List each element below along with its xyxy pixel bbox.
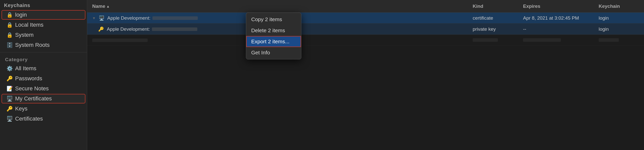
sidebar-item-label: login — [15, 12, 27, 18]
table-header: Name ▲ Kind Expires Keychain — [87, 0, 644, 13]
blurred-name — [152, 27, 197, 31]
lock-icon: 🔒 — [7, 22, 13, 28]
key-icon: 🔑 — [7, 106, 13, 112]
sidebar-item-label: My Certificates — [15, 95, 52, 102]
note-icon: 📝 — [7, 86, 13, 92]
main-content: Name ▲ Kind Expires Keychain ▼ 🖥️ Apple … — [87, 0, 644, 150]
all-items-icon: ⚙️ — [7, 65, 13, 71]
row-kind: certificate — [473, 15, 523, 21]
sidebar: Keychains 🔒 login 🔒 Local Items 🔒 System… — [0, 0, 87, 150]
sidebar-item-label: All Items — [15, 65, 36, 72]
table-row[interactable]: 🔑 Apple Development: private key -- logi… — [87, 24, 644, 35]
sort-arrow-icon: ▲ — [106, 4, 110, 8]
sidebar-item-system[interactable]: 🔒 System — [2, 30, 85, 40]
keychains-header: Keychains — [0, 0, 87, 10]
key-row-icon: 🔑 — [98, 26, 104, 32]
sidebar-item-login[interactable]: 🔒 login — [2, 10, 85, 20]
blurred-name — [152, 16, 198, 20]
table-row[interactable] — [87, 35, 644, 46]
sidebar-item-label: System — [15, 32, 34, 38]
sidebar-item-label: System Roots — [15, 42, 50, 48]
row-keychain: login — [599, 26, 639, 32]
sidebar-item-keys[interactable]: 🔑 Keys — [2, 104, 85, 114]
certificate-icon: 🖥️ — [7, 96, 13, 102]
cabinet-icon: 🗄️ — [7, 42, 13, 48]
sidebar-item-label: Keys — [15, 105, 27, 112]
blurred-keychain — [599, 38, 619, 42]
context-menu-copy[interactable]: Copy 2 items — [246, 14, 301, 25]
col-header-expires[interactable]: Expires — [523, 4, 599, 9]
row-keychain: login — [599, 15, 639, 21]
blurred-expires — [523, 38, 561, 42]
cert-icon: 🖥️ — [7, 116, 13, 122]
context-menu-get-info[interactable]: Get Info — [246, 47, 301, 58]
sidebar-item-local-items[interactable]: 🔒 Local Items — [2, 20, 85, 30]
sidebar-item-passwords[interactable]: 🔑 Passwords — [2, 74, 85, 83]
certificate-row-icon: 🖥️ — [99, 15, 104, 21]
sidebar-item-label: Certificates — [15, 116, 43, 122]
row-expires: Apr 8, 2021 at 3:02:45 PM — [523, 15, 599, 21]
sidebar-divider — [0, 52, 87, 52]
sidebar-item-my-certificates[interactable]: 🖥️ My Certificates — [2, 94, 85, 103]
sidebar-item-label: Secure Notes — [15, 85, 49, 92]
sidebar-item-label: Passwords — [15, 75, 42, 82]
sidebar-item-label: Local Items — [15, 22, 44, 28]
context-menu: Copy 2 items Delete 2 items Export 2 ite… — [246, 13, 301, 59]
blurred-name — [92, 39, 148, 42]
sidebar-item-system-roots[interactable]: 🗄️ System Roots — [2, 40, 85, 50]
col-header-kind[interactable]: Kind — [473, 4, 523, 9]
sidebar-item-all-items[interactable]: ⚙️ All Items — [2, 64, 85, 73]
sidebar-item-secure-notes[interactable]: 📝 Secure Notes — [2, 84, 85, 93]
col-header-keychain[interactable]: Keychain — [599, 4, 639, 9]
key-icon: 🔑 — [7, 76, 13, 82]
context-menu-delete[interactable]: Delete 2 items — [246, 25, 301, 36]
col-header-name[interactable]: Name ▲ — [92, 4, 473, 9]
lock-icon: 🔒 — [7, 32, 13, 38]
category-header: Category — [0, 54, 87, 63]
blurred-kind — [473, 38, 498, 42]
row-kind: private key — [473, 26, 523, 32]
table-body: ▼ 🖥️ Apple Development: certificate Apr … — [87, 13, 644, 150]
context-menu-export[interactable]: Export 2 items... — [246, 36, 301, 47]
table-row[interactable]: ▼ 🖥️ Apple Development: certificate Apr … — [87, 13, 644, 24]
sidebar-item-certificates[interactable]: 🖥️ Certificates — [2, 114, 85, 124]
lock-icon: 🔒 — [7, 12, 13, 18]
expand-arrow-icon: ▼ — [92, 16, 96, 20]
row-expires: -- — [523, 26, 599, 32]
